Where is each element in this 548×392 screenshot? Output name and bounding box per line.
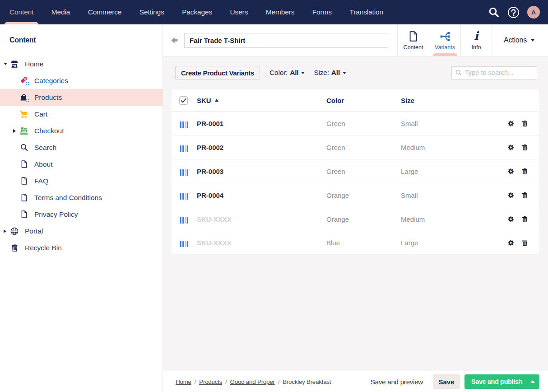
- tree-item-label: About: [34, 160, 53, 168]
- variant-size: Medium: [401, 215, 485, 223]
- save-and-preview-button[interactable]: Save and preview: [371, 378, 423, 386]
- back-arrow-icon: [171, 37, 178, 44]
- column-header-size[interactable]: Size: [401, 97, 485, 104]
- variant-delete-button[interactable]: [522, 240, 527, 246]
- size-filter-dropdown[interactable]: Size: All: [314, 69, 346, 77]
- tree-item-recycle-bin[interactable]: Recycle Bin: [0, 239, 163, 256]
- tree-item-faq[interactable]: FAQ: [0, 173, 163, 189]
- tree-item-products[interactable]: Products: [0, 89, 163, 106]
- shopping-bag-icon: [19, 93, 28, 101]
- global-search-button[interactable]: [485, 0, 503, 24]
- tree-item-home[interactable]: Home: [0, 56, 163, 72]
- expand-caret-icon[interactable]: [4, 229, 10, 233]
- expand-caret-icon[interactable]: [4, 63, 10, 65]
- save-and-publish-button[interactable]: Save and publish: [464, 374, 539, 389]
- section-tab-translation[interactable]: Translation: [344, 0, 389, 24]
- breadcrumb-link-home[interactable]: Home: [176, 378, 191, 385]
- chevron-down-icon: [301, 72, 305, 74]
- variant-delete-button[interactable]: [522, 192, 527, 198]
- variant-size: Medium: [401, 144, 485, 151]
- content-tree: Home Categories Products: [0, 56, 163, 256]
- select-all-checkbox[interactable]: [179, 96, 188, 105]
- info-icon: i: [474, 24, 478, 42]
- variants-panel: Create Product Variants Color: All Size:…: [163, 56, 548, 371]
- section-tab-label: Members: [266, 8, 295, 16]
- document-icon: [408, 24, 418, 42]
- tree-item-label: Portal: [25, 227, 43, 235]
- section-tab-packages[interactable]: Packages: [176, 0, 218, 24]
- top-navigation: Content Media Commerce Settings Packages…: [0, 0, 548, 24]
- actions-dropdown[interactable]: Actions: [504, 24, 534, 56]
- tree-item-portal[interactable]: Portal: [0, 223, 163, 239]
- variant-row[interactable]: SKU-XXXX Blue Large: [172, 231, 539, 254]
- trash-icon: [522, 145, 527, 150]
- variant-delete-button[interactable]: [522, 216, 527, 222]
- variant-row[interactable]: PR-0004 Orange Small: [172, 183, 539, 207]
- section-tab-users[interactable]: Users: [224, 0, 254, 24]
- tree-item-categories[interactable]: Categories: [0, 72, 163, 89]
- tree-item-label: Recycle Bin: [25, 244, 62, 252]
- variant-delete-button[interactable]: [522, 121, 527, 126]
- variant-size: Small: [401, 120, 485, 127]
- section-tab-forms[interactable]: Forms: [307, 0, 338, 24]
- checkmark-icon: [180, 97, 187, 104]
- tree-item-search[interactable]: Search: [0, 139, 163, 156]
- variant-size: Large: [401, 239, 485, 247]
- section-tab-settings[interactable]: Settings: [134, 0, 170, 24]
- tree-item-terms[interactable]: Terms and Conditions: [0, 189, 163, 206]
- trash-icon: [522, 192, 527, 198]
- tab-info[interactable]: i Info: [460, 24, 492, 56]
- variant-color: Green: [326, 120, 401, 127]
- chevron-down-icon: [343, 72, 346, 74]
- avatar[interactable]: A: [527, 6, 540, 19]
- tree-item-privacy[interactable]: Privacy Policy: [0, 206, 163, 223]
- breadcrumb-link-good-and-proper[interactable]: Good and Proper: [230, 378, 275, 385]
- tab-content[interactable]: Content: [397, 24, 429, 56]
- section-tab-label: Packages: [182, 8, 212, 16]
- chevron-down-icon: [531, 39, 534, 42]
- section-tab-members[interactable]: Members: [260, 0, 301, 24]
- variant-settings-button[interactable]: [508, 216, 514, 222]
- variant-row[interactable]: PR-0003 Green Large: [172, 159, 539, 183]
- variant-size: Large: [401, 168, 485, 175]
- breadcrumb-link-products[interactable]: Products: [199, 378, 222, 385]
- variant-color: Green: [326, 144, 401, 151]
- back-button[interactable]: [171, 37, 178, 44]
- save-button[interactable]: Save: [433, 374, 460, 389]
- tree-item-cart[interactable]: Cart: [0, 106, 163, 122]
- variant-search-input[interactable]: [465, 69, 533, 76]
- expand-caret-icon[interactable]: [13, 129, 19, 133]
- avatar-initial: A: [531, 9, 535, 16]
- color-filter-dropdown[interactable]: Color: All: [269, 69, 305, 77]
- section-tab-commerce[interactable]: Commerce: [82, 0, 128, 24]
- variant-settings-button[interactable]: [508, 145, 514, 150]
- search-icon: [19, 144, 28, 151]
- help-icon: [507, 6, 520, 19]
- help-button[interactable]: [503, 0, 524, 24]
- document-icon: [19, 194, 28, 201]
- document-title-input[interactable]: [184, 33, 388, 48]
- variant-settings-button[interactable]: [508, 192, 514, 198]
- variant-row[interactable]: PR-0001 Green Small: [172, 112, 539, 135]
- globe-icon: [10, 227, 19, 235]
- tree-item-about[interactable]: About: [0, 156, 163, 173]
- breadcrumb-separator: /: [225, 378, 227, 385]
- section-tab-content[interactable]: Content: [4, 0, 39, 24]
- variants-table: SKU Color Size PR-0001 Green Small: [172, 89, 539, 254]
- column-header-color[interactable]: Color: [326, 97, 401, 104]
- variant-settings-button[interactable]: [508, 168, 514, 174]
- variant-delete-button[interactable]: [522, 168, 527, 174]
- create-product-variants-button[interactable]: Create Product Variants: [175, 66, 260, 80]
- tab-label: Variants: [435, 44, 455, 51]
- tree-item-checkout[interactable]: Checkout: [0, 122, 163, 139]
- variant-row[interactable]: PR-0002 Green Medium: [172, 135, 539, 159]
- variant-row[interactable]: SKU-XXXX Orange Medium: [172, 207, 539, 231]
- tab-variants[interactable]: Variants: [429, 24, 460, 56]
- variant-settings-button[interactable]: [508, 240, 514, 246]
- variant-settings-button[interactable]: [508, 121, 514, 126]
- column-header-sku[interactable]: SKU: [197, 97, 326, 104]
- variant-delete-button[interactable]: [522, 145, 527, 150]
- section-tab-media[interactable]: Media: [46, 0, 76, 24]
- gear-icon: [508, 145, 514, 150]
- filter-value: All: [331, 69, 340, 77]
